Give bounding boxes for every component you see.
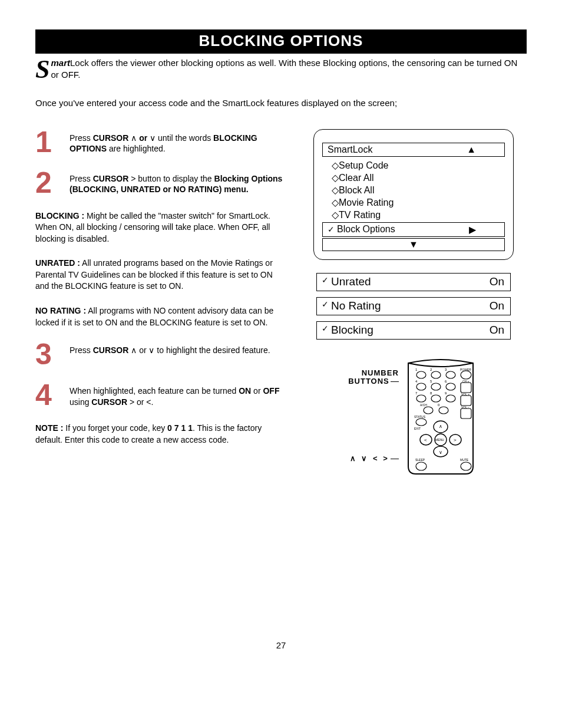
svg-point-10 <box>439 407 448 414</box>
definition-unrated: UNRATED : All unrated programs based on … <box>35 258 289 292</box>
svg-point-0 <box>416 371 426 378</box>
step-4: 4 When highlighted, each feature can be … <box>35 382 289 409</box>
step-number: 1 <box>35 129 70 156</box>
diamond-icon: ◇ <box>332 185 336 196</box>
svg-point-42 <box>461 462 471 470</box>
svg-point-6 <box>416 395 426 402</box>
sub-intro: Once you've entered your access code and… <box>35 98 527 108</box>
svg-text:EXIT: EXIT <box>414 427 421 430</box>
svg-point-1 <box>431 371 441 378</box>
osd-menu-item-tv-rating: ◇TV Rating <box>332 209 505 221</box>
svg-text:MUTE: MUTE <box>460 458 469 462</box>
right-column: SmartLock ▲ ◇Setup Code ◇Clear All ◇Bloc… <box>300 129 527 475</box>
remote-label-cursor: ∧ ∨ < > <box>348 454 399 463</box>
step-body: Press CURSOR ∧ or ∨ until the words BLOC… <box>70 129 289 156</box>
step-body: When highlighted, each feature can be tu… <box>70 382 289 409</box>
svg-text:∨: ∨ <box>439 450 442 455</box>
diamond-icon: ◇ <box>332 160 336 171</box>
svg-point-4 <box>431 383 441 390</box>
step-1: 1 Press CURSOR ∧ or ∨ until the words BL… <box>35 129 289 156</box>
option-row-unrated: ✓ Unrated On <box>316 273 511 291</box>
option-row-blocking: ✓ Blocking On <box>316 321 511 340</box>
drop-cap: S <box>35 58 51 80</box>
step-number: 3 <box>35 341 70 368</box>
diamond-icon: ◇ <box>332 209 336 220</box>
svg-point-9 <box>424 407 433 414</box>
svg-text:A/CH: A/CH <box>420 403 427 407</box>
check-icon: ✓ <box>322 299 329 312</box>
svg-text:MENU: MENU <box>435 438 444 442</box>
svg-point-2 <box>446 371 455 378</box>
definition-norating: NO RATING : All programs with NO content… <box>35 305 289 328</box>
intro-bold-italic: mart <box>51 58 70 68</box>
note-paragraph: NOTE : If you forget your code, key 0 7 … <box>35 423 289 446</box>
check-icon: ✓ <box>328 225 335 234</box>
svg-text:8: 8 <box>430 391 432 395</box>
svg-point-12 <box>461 371 471 379</box>
svg-text:CH +: CH + <box>462 380 470 383</box>
svg-text:∧: ∧ <box>439 424 442 429</box>
page-container: BLOCKING OPTIONS S martLock offers the v… <box>0 0 562 674</box>
svg-rect-13 <box>461 383 471 393</box>
svg-point-41 <box>416 462 427 470</box>
remote-label-number-buttons: NUMBER BUTTONS <box>348 369 399 386</box>
step-number: 2 <box>35 170 70 196</box>
svg-text:>: > <box>454 437 457 443</box>
osd-menu-item-clear-all: ◇Clear All <box>332 172 505 184</box>
step-3: 3 Press CURSOR ∧ or ∨ to highlight the d… <box>35 341 289 368</box>
svg-point-8 <box>446 395 455 402</box>
svg-point-5 <box>446 383 455 390</box>
svg-text:VOL -: VOL - <box>461 406 469 409</box>
svg-text:4: 4 <box>415 380 418 383</box>
svg-text:SLEEP: SLEEP <box>415 458 425 462</box>
arrow-right-icon: ▶ <box>469 224 476 235</box>
svg-text:POWER: POWER <box>460 368 471 371</box>
callout-line-icon <box>391 381 399 382</box>
svg-point-11 <box>416 419 427 426</box>
diamond-icon: ◇ <box>332 197 336 208</box>
osd-menu-title: SmartLock <box>328 144 467 155</box>
key-1-label: 1 <box>415 368 418 371</box>
osd-menu-title-row: SmartLock ▲ <box>322 143 505 157</box>
check-icon: ✓ <box>322 324 329 337</box>
svg-text:9: 9 <box>445 391 447 395</box>
option-status-boxes: ✓ Unrated On ✓ No Rating On ✓ Blocking O… <box>316 273 511 345</box>
svg-rect-14 <box>461 396 471 406</box>
intro-paragraph: S martLock offers the viewer other block… <box>35 57 527 81</box>
arrow-down-icon: ▼ <box>409 239 418 250</box>
step-body: Press CURSOR > button to display the Blo… <box>70 170 289 196</box>
svg-rect-15 <box>461 409 471 419</box>
osd-menu-item-movie-rating: ◇Movie Rating <box>332 196 505 209</box>
svg-text:6: 6 <box>445 380 447 383</box>
remote-icon: 1 2 3 4 5 6 7 8 9 0 A/CH POWER CH + VOL … <box>402 357 479 475</box>
page-title: BLOCKING OPTIONS <box>35 29 527 54</box>
osd-menu-item-block-all: ◇Block All <box>332 184 505 196</box>
osd-menu-panel: SmartLock ▲ ◇Setup Code ◇Clear All ◇Bloc… <box>313 129 514 260</box>
svg-text:VOL +: VOL + <box>461 393 470 396</box>
callout-line-icon <box>391 459 399 459</box>
svg-text:<: < <box>424 437 427 443</box>
osd-menu-empty-row: ▼ <box>322 238 505 251</box>
left-column: 1 Press CURSOR ∧ or ∨ until the words BL… <box>35 129 300 475</box>
definition-blocking: BLOCKING : Might be called the "master s… <box>35 210 289 245</box>
svg-text:STATUS: STATUS <box>414 415 426 419</box>
arrow-up-icon: ▲ <box>467 144 476 155</box>
check-icon: ✓ <box>322 275 329 288</box>
intro-text: Lock offers the viewer other blocking op… <box>51 58 517 80</box>
svg-point-7 <box>431 395 441 402</box>
svg-text:2: 2 <box>430 368 432 371</box>
osd-menu-list: ◇Setup Code ◇Clear All ◇Block All ◇Movie… <box>322 157 505 221</box>
svg-text:7: 7 <box>415 391 418 395</box>
diamond-icon: ◇ <box>332 172 336 183</box>
step-2: 2 Press CURSOR > button to display the B… <box>35 170 289 196</box>
remote-diagram: NUMBER BUTTONS ∧ ∨ < > <box>348 357 479 475</box>
osd-menu-item-setup-code: ◇Setup Code <box>332 159 505 172</box>
step-number: 4 <box>35 382 70 409</box>
remote-labels: NUMBER BUTTONS ∧ ∨ < > <box>348 357 402 463</box>
option-row-no-rating: ✓ No Rating On <box>316 297 511 315</box>
svg-point-3 <box>416 383 426 390</box>
svg-text:3: 3 <box>445 368 447 371</box>
page-number: 27 <box>35 640 527 650</box>
osd-menu-item-block-options: ✓ Block Options ▶ <box>322 222 505 237</box>
svg-text:0: 0 <box>438 403 440 407</box>
